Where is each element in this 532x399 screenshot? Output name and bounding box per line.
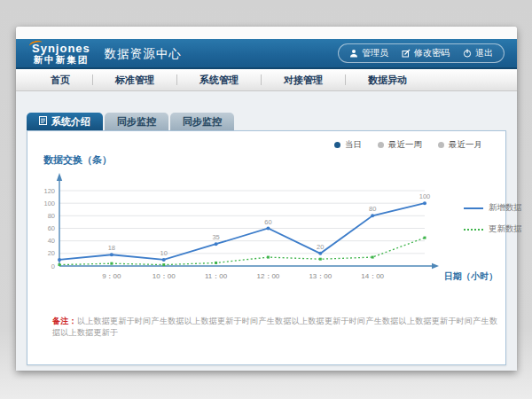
line-chart-svg: 数据交换（条）0204060801001209：0010：0011：0012：0…: [27, 151, 511, 301]
chart-legend: 新增数据 更新数据: [464, 202, 522, 245]
edit-icon: [402, 49, 411, 58]
nav-item-integration-mgmt[interactable]: 对接管理: [262, 74, 345, 87]
svg-text:120: 120: [43, 187, 55, 195]
tab-label: 系统介绍: [51, 115, 90, 129]
legend-item-new-data: 新增数据: [464, 202, 522, 214]
svg-text:100: 100: [43, 200, 55, 207]
svg-text:0: 0: [51, 262, 55, 270]
svg-text:40: 40: [48, 237, 55, 245]
radio-last-week[interactable]: 最近一周: [378, 139, 422, 151]
browser-window: Synjones 新中新集团 数据资源中心 管理员 修改密码 退出: [16, 27, 517, 371]
tab-system-intro[interactable]: 系统介绍: [27, 113, 103, 130]
logout-label: 退出: [475, 47, 493, 59]
page-title: 数据资源中心: [105, 44, 182, 62]
svg-text:10: 10: [160, 249, 168, 257]
tab-sync-monitor-2[interactable]: 同步监控: [170, 113, 234, 130]
svg-text:日期（小时）: 日期（小时）: [444, 271, 497, 281]
legend-label: 新增数据: [489, 202, 522, 214]
content-panel: 当日 最近一周 最近一月 数据交换（条）0204060801001209：001…: [27, 130, 506, 365]
document-icon: [39, 116, 47, 127]
svg-text:100: 100: [419, 192, 431, 200]
app-header: Synjones 新中新集团 数据资源中心 管理员 修改密码 退出: [16, 39, 517, 69]
svg-text:13：00: 13：00: [309, 272, 332, 280]
change-password-label: 修改密码: [414, 47, 450, 59]
svg-text:35: 35: [212, 233, 219, 241]
svg-text:80: 80: [369, 205, 376, 213]
legend-label: 更新数据: [489, 223, 522, 235]
power-icon: [463, 49, 472, 58]
radio-dot: [378, 142, 384, 148]
radio-label: 当日: [345, 139, 362, 151]
radio-last-month[interactable]: 最近一月: [438, 139, 482, 151]
nav-item-standard-mgmt[interactable]: 标准管理: [93, 74, 176, 87]
svg-text:9：00: 9：00: [102, 272, 121, 280]
radio-dot-selected: [334, 142, 340, 148]
radio-dot: [438, 142, 444, 148]
nav-item-data-change[interactable]: 数据异动: [346, 74, 429, 87]
nav-item-system-mgmt[interactable]: 系统管理: [177, 74, 261, 87]
radio-label: 最近一月: [449, 139, 482, 151]
line-chart: 数据交换（条）0204060801001209：0010：0011：0012：0…: [27, 151, 511, 301]
svg-text:20: 20: [48, 249, 55, 257]
footnote-text: 以上数据更新于时间产生数据以上数据更新于时间产生数据以上数据更新于时间产生数据以…: [52, 317, 497, 337]
legend-swatch-new-data: [464, 207, 483, 209]
svg-text:14：00: 14：00: [361, 272, 384, 280]
svg-text:20: 20: [317, 243, 324, 251]
legend-item-update-data: 更新数据: [464, 223, 522, 235]
footnote-label: 备注：: [52, 317, 77, 325]
tab-label: 同步监控: [117, 115, 156, 129]
main-nav: 首页 标准管理 系统管理 对接管理 数据异动: [16, 69, 517, 91]
svg-text:60: 60: [48, 224, 55, 232]
nav-item-home[interactable]: 首页: [28, 74, 92, 87]
svg-text:数据交换（条）: 数据交换（条）: [43, 154, 112, 166]
tab-sync-monitor-1[interactable]: 同步监控: [105, 113, 168, 130]
svg-text:18: 18: [108, 244, 115, 252]
radio-today[interactable]: 当日: [334, 139, 362, 151]
legend-swatch-update-data: [464, 229, 483, 231]
user-button[interactable]: 管理员: [349, 47, 388, 59]
person-icon: [349, 49, 358, 58]
content-area: 系统介绍 同步监控 同步监控 当日 最近一周: [16, 91, 517, 371]
tab-bar: 系统介绍 同步监控 同步监控: [27, 113, 506, 130]
svg-text:11：00: 11：00: [205, 272, 228, 280]
time-range-legend: 当日 最近一周 最近一月: [334, 139, 482, 151]
tab-label: 同步监控: [183, 115, 222, 129]
user-menu: 管理员 修改密码 退出: [338, 43, 505, 63]
window-top-strip: [16, 27, 517, 39]
radio-label: 最近一周: [388, 139, 422, 151]
footnote: 备注：以上数据更新于时间产生数据以上数据更新于时间产生数据以上数据更新于时间产生…: [52, 316, 505, 339]
svg-text:60: 60: [264, 218, 271, 226]
svg-text:10：00: 10：00: [153, 272, 176, 280]
change-password-button[interactable]: 修改密码: [402, 47, 450, 59]
svg-text:80: 80: [48, 212, 55, 220]
brand-name-cn: 新中新集团: [32, 55, 90, 65]
svg-text:12：00: 12：00: [257, 272, 280, 280]
logout-button[interactable]: 退出: [463, 47, 493, 59]
brand-logo: Synjones 新中新集团: [32, 43, 90, 65]
user-label: 管理员: [362, 47, 388, 59]
